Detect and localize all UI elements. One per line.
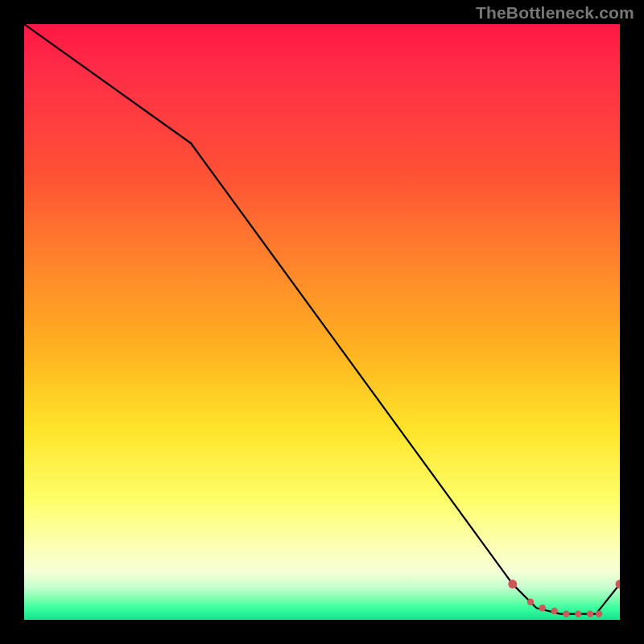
marker-dot [551,608,557,614]
plot-area [24,24,620,620]
curve-line [24,24,620,614]
marker-dot [539,605,546,611]
marker-dots [508,580,620,617]
marker-dot [575,610,581,617]
chart-frame: TheBottleneck.com [0,0,644,644]
marker-dot [596,610,602,617]
marker-dot [616,580,621,588]
marker-dot [563,610,569,617]
chart-overlay [24,24,620,620]
marker-dot [587,610,593,617]
attribution-label: TheBottleneck.com [476,3,634,23]
marker-dot [508,580,517,588]
marker-dot [527,599,534,605]
